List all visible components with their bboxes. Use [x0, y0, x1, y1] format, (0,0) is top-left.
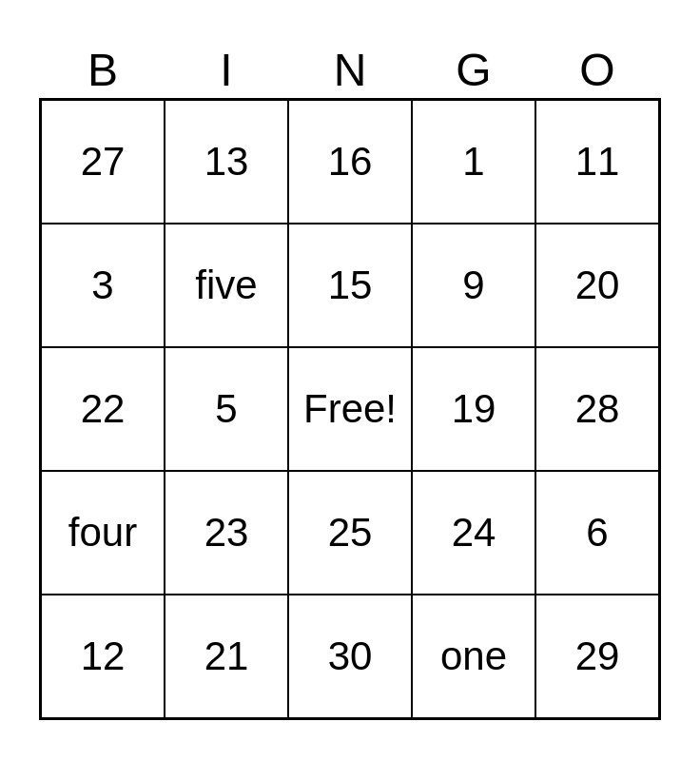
cell-r1c1: 27	[41, 100, 165, 224]
cell-r2c1: 3	[41, 224, 165, 347]
cell-r4c4: 24	[412, 471, 535, 595]
cell-r3c5: 28	[535, 347, 659, 471]
bingo-header: B I N G O	[41, 41, 659, 98]
cell-r1c5: 11	[535, 100, 659, 224]
bingo-grid: 27 13 16 1 11 3 five 15 9 20 22 5 Free! …	[39, 98, 661, 720]
cell-r4c3: 25	[288, 471, 412, 595]
header-n: N	[288, 41, 412, 98]
cell-r2c2: five	[165, 224, 288, 347]
cell-r4c5: 6	[535, 471, 659, 595]
cell-r5c4: one	[412, 595, 535, 718]
cell-r5c3: 30	[288, 595, 412, 718]
header-g: G	[412, 41, 535, 98]
cell-r3c1: 22	[41, 347, 165, 471]
header-i: I	[165, 41, 288, 98]
cell-r1c2: 13	[165, 100, 288, 224]
cell-r1c3: 16	[288, 100, 412, 224]
cell-r3c3: Free!	[288, 347, 412, 471]
cell-r2c5: 20	[535, 224, 659, 347]
cell-r4c1: four	[41, 471, 165, 595]
cell-r2c3: 15	[288, 224, 412, 347]
cell-r5c2: 21	[165, 595, 288, 718]
cell-r5c1: 12	[41, 595, 165, 718]
bingo-card: B I N G O 27 13 16 1 11 3 five 15 9 20 2…	[39, 41, 661, 720]
header-o: O	[535, 41, 659, 98]
cell-r4c2: 23	[165, 471, 288, 595]
header-b: B	[41, 41, 165, 98]
cell-r5c5: 29	[535, 595, 659, 718]
cell-r1c4: 1	[412, 100, 535, 224]
cell-r2c4: 9	[412, 224, 535, 347]
cell-r3c4: 19	[412, 347, 535, 471]
cell-r3c2: 5	[165, 347, 288, 471]
